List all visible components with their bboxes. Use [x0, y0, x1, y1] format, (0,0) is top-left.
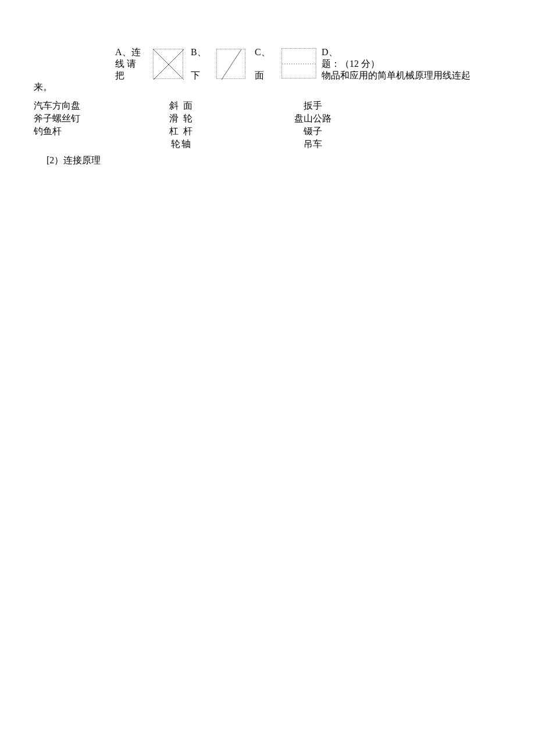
left-item-2: 斧子螺丝钉	[34, 112, 80, 125]
label-c-block: C、 面	[255, 46, 272, 81]
shape-a-box	[153, 49, 183, 79]
label-d-line1: D、	[322, 46, 525, 58]
mid-item-4: 轮轴	[164, 138, 199, 151]
shape-b-box	[216, 49, 245, 79]
column-left: 汽车方向盘 斧子螺丝钉 钓鱼杆	[34, 99, 80, 138]
label-a-line2: 线 请	[115, 58, 144, 70]
label-a-block: A、连 线 请 把	[115, 46, 144, 81]
right-item-1: 扳手	[290, 99, 336, 112]
label-d-line3: 物品和应用的简单机械原理用线连起	[322, 70, 525, 81]
svg-line-2	[222, 49, 241, 80]
continuation-line: 来。	[34, 81, 501, 94]
spacer	[191, 58, 208, 70]
left-item-3: 钓鱼杆	[34, 125, 80, 138]
label-c-line2: 面	[255, 70, 272, 81]
left-item-1: 汽车方向盘	[34, 99, 80, 112]
matching-columns: 汽车方向盘 斧子螺丝钉 钓鱼杆 斜 面 滑 轮 杠 杆 轮轴 扳手 盘山公路 镊…	[34, 99, 501, 152]
footer-text: [2）连接原理	[47, 155, 501, 167]
column-right: 扳手 盘山公路 镊子 吊车	[290, 99, 336, 151]
label-c-line1: C、	[255, 46, 272, 58]
horizontal-line-icon	[282, 49, 317, 79]
mid-item-2: 滑 轮	[164, 112, 199, 125]
right-item-3: 镊子	[290, 125, 336, 138]
label-d-block: D、 题：（12 分） 物品和应用的简单机械原理用线连起	[322, 46, 525, 81]
column-middle: 斜 面 滑 轮 杠 杆 轮轴	[164, 99, 199, 151]
diagonal-icon	[217, 49, 246, 80]
mid-item-1: 斜 面	[164, 99, 199, 112]
x-diagonals-icon	[154, 49, 184, 80]
top-row: A、连 线 请 把 B、 下 C、 面	[34, 46, 501, 81]
label-b-line1: B、	[191, 46, 208, 58]
document-page: A、连 线 请 把 B、 下 C、 面	[0, 0, 535, 167]
label-a-line1: A、连	[115, 46, 144, 58]
label-d-line2: 题：（12 分）	[322, 58, 525, 70]
right-item-4: 吊车	[290, 138, 336, 151]
spacer	[255, 58, 272, 70]
label-b-line2: 下	[191, 70, 208, 81]
mid-item-3: 杠 杆	[164, 125, 199, 138]
label-b-block: B、 下	[191, 46, 208, 81]
label-a-line3: 把	[115, 70, 144, 81]
shape-d-box	[281, 48, 316, 78]
right-item-2: 盘山公路	[290, 112, 336, 125]
